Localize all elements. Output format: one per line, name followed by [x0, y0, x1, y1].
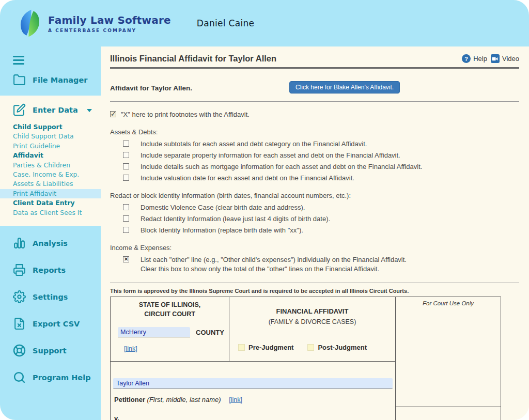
sidebar-item-label: Export CSV [33, 320, 80, 328]
post-judgment-checkbox[interactable] [307, 344, 314, 351]
assets-separate-property-checkbox[interactable] [123, 152, 129, 158]
enter-data-submenu: Child Support Child Support Data Print G… [0, 122, 101, 217]
sidebar-item-label: Enter Data [33, 106, 78, 114]
redact-heading: Redact or block identity information (bi… [110, 192, 519, 199]
page-title: Illinois Financial Affidavit for Taylor … [110, 54, 462, 64]
printer-icon [13, 263, 26, 276]
menu-icon[interactable] [13, 56, 25, 65]
brand-subtitle: A CENTERBASE COMPANY [48, 28, 171, 33]
approval-note: This form is approved by the Illinois Su… [110, 288, 519, 294]
county-link[interactable]: [link] [124, 345, 137, 352]
assets-debts-heading: Assets & Debts: [110, 128, 519, 136]
app-window: Family Law Software A CENTERBASE COMPANY… [0, 0, 529, 420]
main-content: Illinois Financial Affidavit for Taylor … [101, 46, 529, 420]
user-name: Daniel Caine [197, 18, 254, 28]
option-label: Domestic Violence Case (clear birth date… [141, 204, 305, 211]
leaf-logo-icon [19, 9, 41, 37]
footnotes-label: "X" here to print footnotes with the Aff… [121, 111, 250, 118]
option-label: Include valuation date for each asset an… [141, 174, 354, 182]
app-header: Family Law Software A CENTERBASE COMPANY… [0, 0, 529, 46]
folder-icon [13, 73, 26, 86]
sidebar-item-assets-liabilities[interactable]: Assets & Liabilities [0, 179, 101, 189]
footnotes-checkbox[interactable] [110, 111, 116, 117]
county-input[interactable] [118, 327, 190, 337]
sidebar-item-label: Reports [33, 266, 66, 274]
court-form: STATE OF ILLINOIS, CIRCUIT COURT COUNTY … [110, 297, 501, 420]
petitioner-label: Petitioner [114, 396, 145, 403]
sidebar-item-support[interactable]: Support [0, 344, 101, 357]
brand-name: Family Law Software [48, 14, 171, 26]
petitioner-link[interactable]: [link] [229, 396, 242, 403]
sidebar-item-label: Analysis [33, 239, 68, 247]
sidebar-item-affidavit[interactable]: Affidavit [0, 151, 101, 160]
video-label: Video [502, 55, 519, 63]
county-label: COUNTY [196, 329, 224, 336]
blake-affidavit-button[interactable]: Click here for Blake Allen's Affidavit. [289, 81, 400, 94]
sidebar-item-label: Program Help [33, 374, 91, 382]
court-header-line1: STATE OF ILLINOIS, [111, 300, 229, 309]
divider [110, 283, 519, 283]
petitioner-name-input[interactable] [113, 378, 393, 389]
life-buoy-icon [13, 344, 26, 357]
sidebar-item-reports[interactable]: Reports [0, 263, 101, 277]
option-label: Include details such as mortgage informa… [141, 163, 422, 170]
sidebar-item-parties-children[interactable]: Parties & Children [0, 161, 101, 170]
sidebar-item-enter-data[interactable]: Enter Data [0, 103, 101, 116]
post-judgment-label: Post-Judgment [318, 344, 367, 351]
sidebar-item-program-help[interactable]: Program Help [0, 370, 101, 384]
sidebar-item-print-affidavit[interactable]: Print Affidavit [0, 189, 101, 198]
form-title-line1: FINANCIAL AFFIDAVIT [229, 306, 395, 317]
sidebar-item-file-manager[interactable]: File Manager [0, 73, 101, 86]
pre-judgment-label: Pre-Judgment [248, 344, 293, 351]
option-label: Include subtotals for each asset and deb… [141, 140, 367, 148]
other-lines-note: Clear this box to show only the total of… [110, 265, 519, 273]
option-label: Redact Identity Information (leave just … [141, 215, 330, 223]
video-icon [491, 54, 500, 63]
assets-subtotals-checkbox[interactable] [123, 141, 129, 147]
file-x-icon [13, 317, 26, 330]
sidebar: File Manager Enter Data Child Support Ch… [0, 46, 101, 420]
sidebar-item-data-as-client-sees-it[interactable]: Data as Client Sees It [0, 208, 101, 217]
domestic-violence-checkbox[interactable] [123, 204, 129, 210]
sidebar-item-child-support-data[interactable]: Child Support Data [0, 132, 101, 141]
versus-label: v. [113, 414, 393, 420]
option-label: Block Identity Information (replace birt… [141, 226, 303, 234]
sidebar-item-print-guideline[interactable]: Print Guideline [0, 142, 101, 151]
pre-judgment-checkbox[interactable] [238, 344, 245, 351]
help-icon: ? [462, 54, 471, 63]
divider [110, 101, 519, 102]
assets-valuation-date-checkbox[interactable] [123, 175, 129, 181]
option-label: Include separate property information fo… [141, 151, 400, 159]
search-icon [13, 371, 26, 384]
sidebar-item-analysis[interactable]: Analysis [0, 236, 101, 250]
other-lines-checkbox[interactable] [123, 256, 129, 262]
block-identity-checkbox[interactable] [123, 227, 129, 233]
video-button[interactable]: Video [491, 54, 519, 63]
sidebar-item-export-csv[interactable]: Export CSV [0, 317, 101, 331]
edit-icon [13, 103, 26, 116]
sidebar-item-settings[interactable]: Settings [0, 290, 101, 304]
sidebar-item-label: Support [33, 347, 67, 355]
court-header-line2: CIRCUIT COURT [111, 309, 229, 319]
affidavit-for-label: Affidavit for Taylor Allen. [110, 84, 192, 92]
petitioner-hint: (First, middle, last name) [147, 396, 221, 403]
form-title-line2: (FAMILY & DIVORCE CASES) [229, 317, 395, 328]
bar-chart-icon [13, 237, 26, 250]
sidebar-item-child-support[interactable]: Child Support [0, 122, 101, 132]
chevron-down-icon [87, 109, 92, 112]
help-button[interactable]: ? Help [462, 54, 487, 63]
gear-icon [13, 290, 26, 303]
sidebar-item-label: File Manager [33, 76, 87, 84]
court-use-only-label: For Court Use Only [396, 297, 501, 407]
sidebar-item-case-income-exp[interactable]: Case, Income & Exp. [0, 170, 101, 179]
option-label: List each "other" line (e.g., "Other chi… [141, 256, 407, 263]
redact-identity-checkbox[interactable] [123, 215, 129, 222]
assets-details-checkbox[interactable] [123, 163, 129, 169]
income-expenses-heading: Income & Expenses: [110, 244, 519, 252]
sidebar-item-label: Settings [33, 293, 68, 301]
help-label: Help [473, 55, 487, 63]
brand-logo: Family Law Software A CENTERBASE COMPANY [0, 9, 171, 37]
sidebar-item-client-data-entry[interactable]: Client Data Entry [0, 198, 101, 208]
